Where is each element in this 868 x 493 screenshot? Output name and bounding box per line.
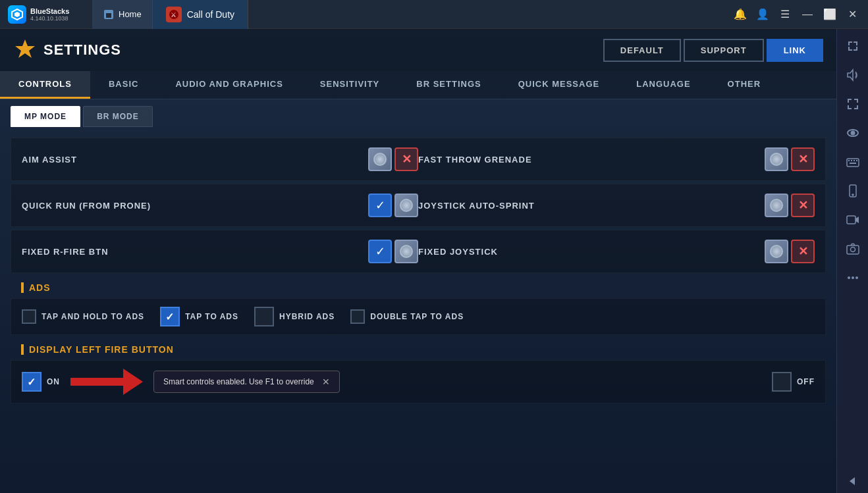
right-video-icon[interactable]	[841, 208, 865, 232]
quick-run-toggle[interactable]	[394, 194, 418, 217]
svg-point-22	[855, 276, 858, 279]
off-label: OFF	[797, 377, 815, 386]
fixed-rfire-controls: ✓	[368, 240, 418, 263]
joystick-sprint-toggle-inner	[770, 199, 783, 212]
settings-header: SETTINGS DEFAULT SUPPORT LINK	[0, 29, 836, 71]
tap-hold-ads-label: TAP AND HOLD TO ADS	[41, 312, 144, 321]
tab-br-settings[interactable]: BR SETTINGS	[398, 71, 499, 99]
fast-throw-x[interactable]: ✕	[791, 147, 815, 171]
on-label: ON	[47, 377, 60, 386]
titlebar: BlueStacks 4.140.10.1038 Home ⚔ Call of …	[0, 0, 868, 29]
right-camera-icon[interactable]	[841, 237, 865, 261]
aim-assist-toggle-inner	[373, 153, 387, 166]
right-volume-icon[interactable]	[841, 63, 865, 87]
joystick-sprint-controls: ✕	[765, 194, 815, 217]
fixed-joystick-toggle-inner	[770, 245, 783, 258]
right-more-icon[interactable]	[841, 266, 865, 290]
setting-fast-throw: FAST THROW GRENADE ✕	[418, 147, 815, 171]
red-arrow	[70, 369, 143, 395]
close-btn[interactable]: ✕	[842, 4, 863, 25]
subtab-br-mode[interactable]: BR MODE	[83, 106, 153, 127]
tab-language[interactable]: LANGUAGE	[618, 71, 709, 99]
right-back-icon[interactable]	[841, 469, 865, 493]
fire-row: ✓ ON Smart controls enabled. Use F1 to o…	[11, 360, 826, 403]
quick-run-toggle-inner	[400, 199, 413, 212]
quick-run-label: QUICK RUN (FROM PRONE)	[22, 201, 368, 211]
account-btn[interactable]: 👤	[752, 4, 773, 25]
right-sidebar	[836, 29, 868, 493]
right-eye-icon[interactable]	[841, 121, 865, 145]
settings-content: AIM ASSIST ✕ FAST THROW GRENADE ✕	[0, 127, 836, 493]
off-checkbox[interactable]	[772, 372, 792, 392]
link-button[interactable]: LINK	[767, 39, 823, 62]
ads-section-header: ADS	[11, 276, 826, 298]
fixed-joystick-label: FIXED JOYSTICK	[418, 247, 765, 257]
notification-btn[interactable]: 🔔	[730, 4, 751, 25]
default-button[interactable]: DEFAULT	[603, 39, 681, 62]
fast-throw-toggle[interactable]	[765, 147, 788, 171]
tooltip-close[interactable]: ✕	[322, 376, 330, 387]
tap-to-ads-checkbox[interactable]: ✓	[160, 307, 180, 326]
aim-assist-toggle[interactable]	[368, 147, 392, 171]
right-phone-icon[interactable]	[841, 179, 865, 203]
fixed-rfire-toggle[interactable]	[394, 240, 418, 263]
titlebar-actions: 🔔 👤 ☰ — ⬜ ✕	[724, 4, 868, 25]
ads-section-bar	[21, 282, 24, 293]
fast-throw-label: FAST THROW GRENADE	[418, 155, 765, 165]
setting-row-2: QUICK RUN (FROM PRONE) ✓ JOYSTICK AUTO-S…	[11, 184, 826, 227]
subtab-mp-mode[interactable]: MP MODE	[11, 106, 80, 127]
svg-rect-13	[856, 160, 857, 161]
double-tap-ads-option: DOUBLE TAP TO ADS	[350, 309, 464, 324]
tab-quick-message[interactable]: QUICK MESSAGE	[500, 71, 618, 99]
tab-controls[interactable]: CONTROLS	[0, 71, 90, 99]
right-expand-icon[interactable]	[841, 34, 865, 58]
fixed-rfire-toggle-inner	[400, 245, 413, 258]
game-tab-icon: ⚔	[166, 7, 182, 22]
settings-title-text: SETTINGS	[43, 41, 121, 59]
game-tab-label: Call of Duty	[187, 9, 234, 20]
tab-audio-graphics[interactable]: AUDIO AND GRAPHICS	[157, 71, 301, 99]
tab-sensitivity[interactable]: SENSITIVITY	[302, 71, 398, 99]
setting-quick-run: QUICK RUN (FROM PRONE) ✓	[22, 194, 418, 217]
joystick-sprint-toggle[interactable]	[765, 194, 788, 217]
right-keyboard-icon[interactable]	[841, 150, 865, 174]
fixed-joystick-x[interactable]: ✕	[791, 240, 815, 263]
hybrid-ads-option: HYBRID ADS	[254, 307, 335, 326]
right-fullscreen-icon[interactable]	[841, 92, 865, 116]
svg-point-8	[851, 132, 854, 135]
quick-run-controls: ✓	[368, 194, 418, 217]
tap-hold-ads-checkbox[interactable]	[22, 309, 36, 324]
smart-tooltip: Smart controls enabled. Use F1 to overri…	[153, 371, 340, 393]
svg-text:⚔: ⚔	[171, 11, 176, 18]
on-option: ✓ ON	[22, 372, 60, 392]
quick-run-check[interactable]: ✓	[368, 194, 392, 217]
fixed-rfire-check[interactable]: ✓	[368, 240, 392, 263]
fire-section-header: DISPLAY LEFT FIRE BUTTON	[11, 338, 826, 360]
fire-section-bar	[21, 344, 24, 355]
home-tab[interactable]: Home	[92, 0, 153, 29]
svg-point-21	[852, 276, 854, 279]
aim-assist-x[interactable]: ✕	[394, 147, 418, 171]
setting-aim-assist: AIM ASSIST ✕	[22, 147, 418, 171]
fire-title: DISPLAY LEFT FIRE BUTTON	[29, 344, 174, 355]
maximize-btn[interactable]: ⬜	[819, 4, 840, 25]
game-tab[interactable]: ⚔ Call of Duty	[153, 0, 248, 29]
fixed-joystick-controls: ✕	[765, 240, 815, 263]
tab-basic[interactable]: BASIC	[90, 71, 157, 99]
aim-assist-controls: ✕	[368, 147, 418, 171]
support-button[interactable]: SUPPORT	[684, 39, 764, 62]
fixed-rfire-label: FIXED R-FIRE BTN	[22, 247, 368, 257]
joystick-sprint-x[interactable]: ✕	[791, 194, 815, 217]
svg-rect-17	[847, 216, 855, 224]
fast-throw-toggle-inner	[770, 153, 783, 166]
hybrid-ads-checkbox[interactable]	[254, 307, 274, 326]
ads-title: ADS	[29, 282, 51, 293]
on-checkbox[interactable]: ✓	[22, 372, 41, 392]
fixed-joystick-toggle[interactable]	[765, 240, 788, 263]
menu-btn[interactable]: ☰	[774, 4, 796, 25]
minimize-btn[interactable]: —	[797, 4, 818, 25]
tabs-row: CONTROLS BASIC AUDIO AND GRAPHICS SENSIT…	[0, 71, 836, 99]
double-tap-ads-checkbox[interactable]	[350, 309, 365, 324]
svg-rect-14	[850, 163, 856, 164]
tab-other[interactable]: OTHER	[709, 71, 780, 99]
